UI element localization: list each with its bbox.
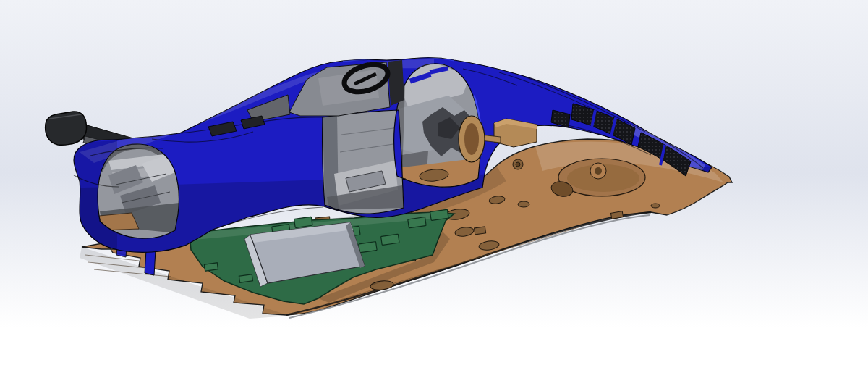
board-clip (408, 217, 426, 228)
cowl-trim (388, 60, 404, 106)
model-view[interactable] (0, 0, 868, 386)
board-clip (294, 217, 312, 227)
board-clip (381, 234, 399, 245)
boss-post-hole (595, 167, 602, 175)
board-clip (239, 274, 252, 282)
cutout-slot (475, 227, 486, 235)
board-clip (430, 209, 448, 220)
pod-bore (464, 123, 479, 155)
cutout-circle (651, 204, 660, 208)
board-clip (204, 263, 218, 271)
cutout-circle-inner (516, 162, 520, 167)
cad-viewport[interactable] (0, 0, 868, 386)
board-clip (359, 242, 377, 253)
cutout-circle (518, 201, 529, 207)
